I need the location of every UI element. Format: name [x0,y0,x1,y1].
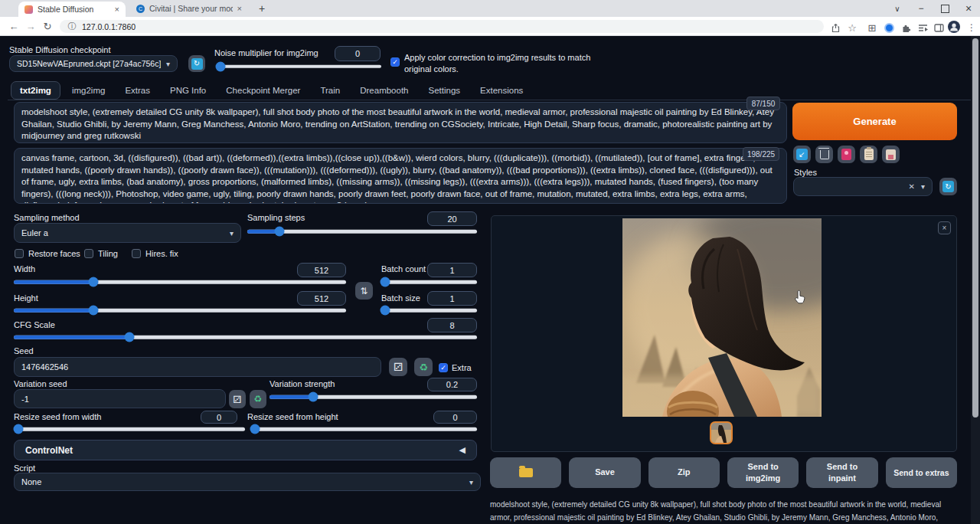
zip-button[interactable]: Zip [648,457,720,488]
random-seed-button[interactable]: ⚂ [389,358,407,376]
height-input[interactable]: 512 [297,291,346,306]
tab-checkpoint-merger[interactable]: Checkpoint Merger [217,82,309,99]
checkpoint-select[interactable]: SD15NewVAEpruned.ckpt [27a4ac756c] ▾ [9,55,178,72]
new-tab-button[interactable]: + [254,1,270,16]
variation-reuse-seed-button[interactable]: ♻ [250,390,266,408]
forward-button[interactable]: → [23,18,38,34]
controlnet-accordion[interactable]: ControlNet ◀ [14,440,477,460]
reload-button[interactable]: ↻ [40,18,55,34]
bookmark-star-icon[interactable]: ☆ [845,21,859,34]
sampling-method-select[interactable]: Euler a ▾ [14,223,241,243]
cfg-scale-input[interactable]: 8 [427,318,477,332]
extension-blue-icon[interactable] [882,21,896,34]
slider-handle[interactable] [14,424,24,434]
batch-count-input[interactable]: 1 [427,263,477,277]
slider-handle[interactable] [216,61,226,71]
scrollbar-thumb[interactable] [972,38,978,418]
tab-img2img[interactable]: img2img [64,82,113,99]
checkpoint-refresh-button[interactable]: ↻ [188,55,205,72]
width-input[interactable]: 512 [297,263,346,277]
slider-handle[interactable] [125,332,135,342]
resize-seed-width-input[interactable]: 0 [201,411,237,424]
browser-tab-stable-diffusion[interactable]: Stable Diffusion × [18,2,126,17]
slider-handle[interactable] [381,277,390,287]
batch-size-input[interactable]: 1 [427,291,477,306]
send-to-inpaint-button[interactable]: Send to inpaint [806,457,877,488]
negative-prompt-textarea[interactable]: canvas frame, cartoon, 3d, ((disfigured)… [14,148,787,204]
cfg-scale-slider[interactable] [14,332,477,342]
clear-prompt-button[interactable] [815,146,833,163]
save-button[interactable]: Save [569,457,640,488]
browser-tab-civitai[interactable]: C Civitai | Share your models × [130,0,248,17]
slider-handle[interactable] [89,306,99,316]
variation-seed-input[interactable]: -1 [14,389,226,408]
tab-png-info[interactable]: PNG Info [162,82,214,99]
color-correction-checkbox[interactable] [390,57,400,67]
prompt-textarea[interactable]: modelshoot style, (extremely detailed CG… [14,102,787,143]
batch-count-slider[interactable] [381,277,477,287]
profile-avatar[interactable] [947,20,961,34]
swap-dimensions-button[interactable]: ⇅ [355,282,373,300]
tab-txt2img[interactable]: txt2img [11,81,60,100]
tab-dreambooth[interactable]: Dreambooth [351,82,416,99]
tab-train[interactable]: Train [312,82,348,99]
reading-list-icon[interactable] [916,21,929,34]
extra-seed-checkbox[interactable] [439,363,448,372]
slider-handle[interactable] [308,392,318,402]
send-to-extras-button[interactable]: Send to extras [886,457,957,488]
open-folder-button[interactable] [490,457,561,488]
tab-extensions[interactable]: Extensions [472,82,531,99]
width-slider[interactable] [14,277,346,287]
url-bar[interactable]: ⓘ 127.0.0.1:7860 [60,20,824,33]
window-menu-icon[interactable]: ∨ [890,1,905,16]
browser-menu-icon[interactable]: ⋮ [965,21,978,34]
sampling-steps-slider[interactable] [247,226,477,237]
extension-grid-icon[interactable]: ⊞ [865,21,879,34]
noise-multiplier-slider[interactable] [216,61,381,71]
tab-close-icon[interactable]: × [237,5,242,13]
close-gallery-icon[interactable]: × [938,221,951,234]
generated-image[interactable] [622,218,822,417]
maximize-button[interactable] [937,1,952,16]
tab-extras[interactable]: Extras [116,82,158,99]
styles-select[interactable]: ✕ ▾ [793,177,933,196]
resize-seed-width-slider[interactable] [14,424,245,434]
height-slider[interactable] [14,305,346,316]
variation-strength-slider[interactable] [270,391,477,402]
seed-input[interactable]: 1476462546 [14,357,381,377]
read-params-button[interactable]: ↙ [793,146,811,163]
apply-style-button[interactable] [860,146,877,163]
share-icon[interactable] [828,21,842,34]
back-button[interactable]: ← [6,18,21,34]
save-style-button[interactable] [882,146,900,163]
variation-strength-input[interactable]: 0.2 [427,378,477,391]
styles-refresh-button[interactable]: ↻ [939,178,957,195]
resize-seed-height-input[interactable]: 0 [433,411,477,424]
extensions-puzzle-icon[interactable] [899,21,913,34]
resize-seed-height-slider[interactable] [253,424,477,434]
tab-settings[interactable]: Settings [420,82,469,99]
sampling-steps-input[interactable]: 20 [427,211,477,226]
slider-handle[interactable] [89,277,99,287]
site-info-icon[interactable]: ⓘ [67,20,77,34]
generate-button[interactable]: Generate [792,103,957,140]
slider-handle[interactable] [250,424,260,434]
extra-networks-button[interactable] [838,146,855,163]
reuse-seed-button[interactable]: ♻ [414,358,433,376]
variation-random-seed-button[interactable]: ⚂ [229,390,246,408]
tiling-checkbox[interactable] [84,249,93,258]
clear-styles-icon[interactable]: ✕ [909,182,915,191]
restore-faces-checkbox[interactable] [15,249,24,258]
minimize-button[interactable]: − [913,1,929,16]
batch-size-slider[interactable] [381,305,477,316]
script-select[interactable]: None ▾ [14,473,481,491]
noise-multiplier-input[interactable]: 0 [335,46,381,61]
hires-fix-checkbox[interactable] [132,249,141,258]
slider-handle[interactable] [381,306,390,316]
slider-handle[interactable] [275,227,285,237]
side-panel-icon[interactable] [932,21,946,34]
close-button[interactable]: × [961,1,976,16]
tab-close-icon[interactable]: × [115,5,119,14]
gallery-thumbnail[interactable] [710,421,733,444]
send-to-img2img-button[interactable]: Send to img2img [727,457,799,488]
